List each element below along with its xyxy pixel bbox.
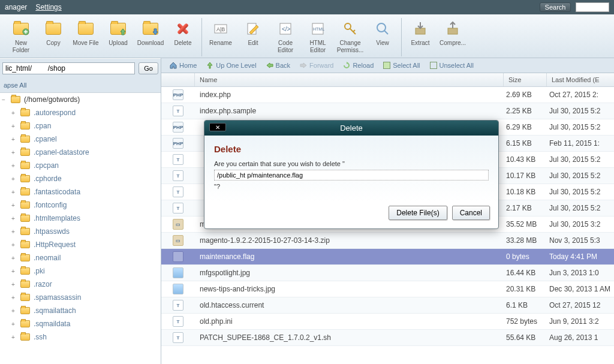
red-x-icon <box>174 20 191 37</box>
magnifier-icon <box>374 20 391 37</box>
copy-button[interactable]: Copy <box>37 18 70 56</box>
minus-icon: − <box>0 97 7 103</box>
svg-text:HTML: HTML <box>313 27 324 31</box>
tree-item[interactable]: +.fantasticodata <box>0 185 161 198</box>
file-name: mfgspotlight.jpg <box>195 269 504 277</box>
download-button[interactable]: Download <box>134 18 167 56</box>
edit-button[interactable]: Edit <box>237 18 269 56</box>
view-button[interactable]: View <box>366 18 399 56</box>
column-name[interactable]: Name <box>195 73 504 86</box>
search-scope-select[interactable]: All Your Fi <box>576 2 609 12</box>
tree-item[interactable]: +.ssh <box>0 330 161 344</box>
html-editor-button[interactable]: HTMLHTML Editor <box>302 18 334 56</box>
dialog-close-button[interactable]: ✕ <box>209 123 226 131</box>
plus-icon: + <box>10 189 17 195</box>
tree-item[interactable]: +.sqmailattach <box>0 304 161 317</box>
delete-files-button[interactable]: Delete File(s) <box>389 206 447 220</box>
rename-button[interactable]: A|BRename <box>204 18 237 56</box>
collapse-all-link[interactable]: apse All <box>0 78 161 92</box>
tree-item[interactable]: +.spamassassin <box>0 291 161 304</box>
folder-icon <box>20 281 30 288</box>
file-name: magento-1.9.2.2-2015-10-27-03-14-3.zip <box>195 236 504 245</box>
file-size: 55.64 KB <box>504 333 547 342</box>
file-row[interactable]: Told.php.ini752 bytesJun 9, 2011 3:2 <box>161 314 614 330</box>
file-header-row: Name Size Last Modified (E <box>161 73 614 87</box>
file-size: 2.17 KB <box>504 204 547 212</box>
search-button[interactable]: Search <box>540 2 571 12</box>
tree-item[interactable]: +.cpan <box>0 119 161 133</box>
checkbox-off-icon <box>430 62 437 69</box>
file-date: Jul 30, 2015 3:2 <box>547 220 614 228</box>
file-row[interactable]: Told.htaccess.current6.1 KBOct 27, 2015 … <box>161 297 614 314</box>
folder-icon <box>11 96 20 103</box>
compress-icon <box>444 20 461 37</box>
dialog-title-bar: ✕ Delete <box>204 121 498 136</box>
tree-item[interactable]: +.cpanel-datastore <box>0 146 161 159</box>
folder-move-icon <box>77 20 94 37</box>
file-type-icon: T <box>161 106 195 116</box>
settings-link[interactable]: Settings <box>35 3 61 11</box>
tree-root-item[interactable]: − (/home/gotwords) <box>0 93 161 106</box>
column-size[interactable]: Size <box>504 73 547 86</box>
file-size: 752 bytes <box>504 317 547 326</box>
tree-item[interactable]: +.fontconfig <box>0 198 161 212</box>
tree-item[interactable]: +.cpanel <box>0 133 161 146</box>
folder-icon <box>20 333 30 341</box>
go-button[interactable]: Go <box>139 62 158 74</box>
tree-item[interactable]: +.razor <box>0 278 161 291</box>
folder-icon <box>20 267 30 275</box>
plus-icon: + <box>10 321 17 327</box>
delete-button[interactable]: Delete <box>167 18 199 56</box>
file-row[interactable]: news-tips-and-tricks.jpg20.31 KBDec 30, … <box>161 281 614 297</box>
new-folder-button[interactable]: New Folder <box>5 18 37 56</box>
extract-icon <box>412 20 429 37</box>
tree-item[interactable]: +.pki <box>0 264 161 278</box>
compre--button[interactable]: Compre... <box>437 18 469 56</box>
file-row[interactable]: maintenance.flag0 bytesToday 4:41 PM <box>161 249 614 265</box>
folder-icon <box>20 320 30 327</box>
file-date: Feb 11, 2015 1: <box>547 139 614 148</box>
unselect-all-button[interactable]: Unselect All <box>426 61 477 70</box>
folder-icon <box>20 162 30 169</box>
file-row[interactable]: PHPindex.php2.69 KBOct 27, 2015 2: <box>161 87 614 103</box>
upload-button[interactable]: Upload <box>102 18 134 56</box>
file-type-icon: T <box>161 170 195 181</box>
forward-button[interactable]: Forward <box>296 61 337 70</box>
tree-item[interactable]: +.autorespond <box>0 106 161 119</box>
file-row[interactable]: Tindex.php.sample2.25 KBJul 30, 2015 5:2 <box>161 103 614 119</box>
file-date: Jul 30, 2015 5:2 <box>547 107 614 115</box>
tree-item[interactable]: +.HttpRequest <box>0 238 161 251</box>
folder-up-icon <box>110 20 127 37</box>
arrow-left-icon <box>266 62 273 69</box>
select-all-button[interactable]: Select All <box>380 61 423 70</box>
home-button[interactable]: Home <box>166 61 200 70</box>
cancel-button[interactable]: Cancel <box>452 206 490 220</box>
folder-icon <box>20 294 30 301</box>
change-permiss--button[interactable]: Change Permiss... <box>334 18 366 56</box>
file-row[interactable]: TPATCH_SUPEE-1868_CE_1.7.0.2_v1.sh55.64 … <box>161 330 614 346</box>
file-size: 2.25 KB <box>504 107 547 115</box>
reload-button[interactable]: Reload <box>339 61 377 70</box>
column-modified[interactable]: Last Modified (E <box>547 73 614 86</box>
tree-item[interactable]: +.neomail <box>0 251 161 264</box>
plus-icon: + <box>10 228 17 235</box>
tree-item[interactable]: +.cphorde <box>0 172 161 185</box>
file-row[interactable]: mfgspotlight.jpg16.44 KBJun 3, 2013 1:0 <box>161 265 614 281</box>
tree-item[interactable]: +.cpcpan <box>0 159 161 172</box>
up-one-level-button[interactable]: Up One Level <box>203 61 260 70</box>
edit-icon <box>245 20 261 37</box>
path-input[interactable] <box>2 62 135 74</box>
tree-item[interactable]: +.htpasswds <box>0 225 161 238</box>
code-editor-button[interactable]: </>Code Editor <box>269 18 302 56</box>
back-button[interactable]: Back <box>263 61 294 70</box>
file-size: 20.31 KB <box>504 285 547 293</box>
file-row[interactable]: ▭magento-1.9.2.2-2015-10-27-03-14-3.zip3… <box>161 233 614 249</box>
folder-icon <box>20 254 30 261</box>
move-file-button[interactable]: Move File <box>70 18 102 56</box>
plus-icon: + <box>10 242 17 248</box>
tree-item[interactable]: +.sqmaildata <box>0 317 161 330</box>
file-type-icon: ▭ <box>161 235 195 246</box>
extract-button[interactable]: Extract <box>404 18 437 56</box>
file-date: Nov 3, 2015 5:3 <box>547 236 614 245</box>
tree-item[interactable]: +.htmltemplates <box>0 212 161 225</box>
